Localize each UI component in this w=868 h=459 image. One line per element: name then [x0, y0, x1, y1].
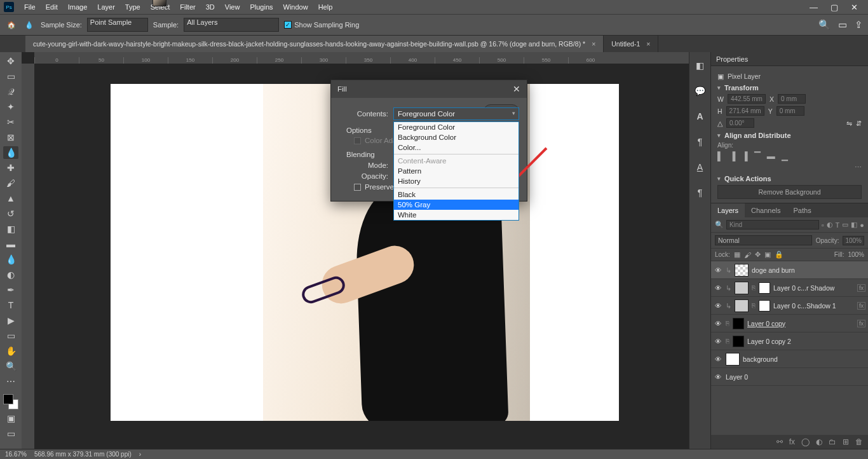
pen-tool-icon[interactable]: ✒ [3, 284, 18, 296]
history-brush-icon[interactable]: ↺ [3, 207, 18, 220]
menu-plugins[interactable]: Plugins [245, 3, 278, 11]
align-right-icon[interactable]: ▐ [742, 151, 747, 161]
delete-icon[interactable]: 🗑 [855, 437, 863, 446]
dialog-titlebar[interactable]: Fill ✕ [331, 80, 527, 98]
remove-background-button[interactable]: Remove Background [717, 185, 862, 199]
filter-pixel-icon[interactable]: ▫ [822, 221, 824, 229]
close-tab-icon[interactable]: × [646, 40, 650, 48]
dropdown-option-50gray[interactable]: 50% Gray [394, 200, 519, 210]
lock-all-icon[interactable]: 🔒 [775, 250, 783, 259]
color-panel-icon[interactable]: ◧ [693, 58, 707, 72]
mask-mode-icon[interactable]: ▣ [3, 412, 18, 425]
visibility-icon[interactable]: 👁 [714, 373, 722, 381]
wand-tool-icon[interactable]: ✦ [3, 100, 18, 113]
crop-tool-icon[interactable]: ✂ [3, 116, 18, 128]
align-bottom-icon[interactable]: ▁ [782, 151, 788, 161]
channels-tab[interactable]: Channels [745, 203, 787, 217]
marquee-tool-icon[interactable]: ▭ [3, 70, 18, 83]
window-close[interactable]: ✕ [844, 3, 864, 12]
window-maximize[interactable]: ▢ [824, 3, 844, 12]
gradient-tool-icon[interactable]: ▬ [3, 238, 18, 250]
visibility-icon[interactable]: 👁 [714, 266, 722, 274]
sample-size-select[interactable]: Point Sample [87, 18, 148, 32]
eyedropper-tool-icon[interactable]: 💧 [3, 146, 18, 159]
lock-paint-icon[interactable]: 🖌 [744, 251, 751, 259]
dropdown-option-pattern[interactable]: Pattern [394, 166, 519, 176]
x-field[interactable]: 0 mm [778, 94, 806, 104]
lock-trans-icon[interactable]: ▦ [734, 250, 740, 259]
fx-badge[interactable]: fx [857, 284, 865, 292]
move-tool-icon[interactable]: ✥ [3, 55, 18, 67]
window-minimize[interactable]: — [803, 3, 824, 12]
foreground-swatch[interactable] [3, 394, 13, 404]
layer-row[interactable]: 👁 ⎘ Layer 0 copy fx [711, 315, 868, 332]
document-tab-1[interactable]: cute-young-girl-with-dark-wavy-hairstyle… [25, 36, 604, 52]
width-field[interactable]: 442.55 mm [728, 94, 766, 104]
layer-name[interactable]: Layer 0 copy 2 [747, 338, 791, 345]
blur-tool-icon[interactable]: 💧 [3, 253, 18, 266]
dropdown-option-background[interactable]: Background Color [394, 132, 519, 142]
menu-filter[interactable]: Filter [175, 3, 200, 11]
transform-section[interactable]: Transform [717, 84, 862, 92]
align-vcenter-icon[interactable]: ▬ [767, 151, 775, 161]
filter-kind-select[interactable]: Kind [726, 220, 819, 230]
eyedropper-icon[interactable]: 💧 [23, 18, 36, 31]
type-tool-icon[interactable]: T [3, 299, 18, 312]
comments-panel-icon[interactable]: 💬 [693, 84, 707, 98]
screen-mode-icon[interactable]: ▭ [3, 427, 18, 440]
layer-name[interactable]: Layer 0 copy [747, 320, 785, 327]
visibility-icon[interactable]: 👁 [714, 320, 722, 327]
menu-file[interactable]: File [19, 3, 41, 11]
menu-edit[interactable]: Edit [41, 3, 63, 11]
styles-panel-icon[interactable]: A [693, 160, 707, 174]
layer-row[interactable]: 👁 background [711, 350, 868, 368]
align-section[interactable]: Align and Distribute [717, 132, 862, 139]
document-tab-2[interactable]: Untitled-1 × [604, 36, 658, 52]
flip-h-icon[interactable]: ⇋ [846, 120, 852, 127]
layer-name[interactable]: Layer 0 [726, 373, 748, 381]
group-icon[interactable]: 🗀 [829, 437, 836, 446]
eraser-tool-icon[interactable]: ◧ [3, 223, 18, 235]
visibility-icon[interactable]: 👁 [714, 302, 722, 310]
dropdown-option-history[interactable]: History [394, 176, 519, 186]
shape-tool-icon[interactable]: ▭ [3, 329, 18, 342]
contents-select[interactable]: Foreground Color [393, 107, 519, 120]
zoom-tool-icon[interactable]: 🔍 [3, 360, 18, 373]
more-tools-icon[interactable]: ⋯ [3, 375, 18, 388]
filter-shape-icon[interactable]: ▭ [842, 221, 848, 229]
visibility-icon[interactable]: 👁 [714, 338, 722, 345]
zoom-level[interactable]: 16.67% [5, 451, 27, 458]
menu-window[interactable]: Window [278, 3, 313, 11]
path-select-icon[interactable]: ▶ [3, 314, 18, 327]
workspace-icon[interactable]: ▭ [838, 19, 847, 31]
stamp-tool-icon[interactable]: ▲ [3, 192, 18, 205]
visibility-icon[interactable]: 👁 [714, 355, 722, 363]
align-top-icon[interactable]: ▔ [754, 151, 761, 161]
dialog-close-icon[interactable]: ✕ [513, 84, 520, 94]
more-icon[interactable]: ⋯ [717, 163, 862, 171]
layer-name[interactable]: Layer 0 c...r Shadow [773, 284, 834, 292]
layer-row[interactable]: 👁 ↳ doge and burn [711, 261, 868, 279]
fx-badge[interactable]: fx [857, 320, 865, 327]
close-tab-icon[interactable]: × [592, 40, 595, 48]
menu-image[interactable]: Image [63, 3, 93, 11]
new-layer-icon[interactable]: ⊞ [843, 437, 849, 446]
blend-mode-select[interactable]: Normal [715, 235, 812, 245]
mask-icon[interactable]: ◯ [801, 437, 810, 446]
menu-type[interactable]: Type [120, 3, 146, 11]
layer-row[interactable]: 👁 ⎘ Layer 0 copy 2 [711, 332, 868, 350]
chevron-right-icon[interactable]: › [139, 451, 141, 458]
fill-field[interactable]: 100% [848, 251, 864, 258]
lock-nest-icon[interactable]: ▣ [764, 250, 771, 259]
y-field[interactable]: 0 mm [776, 106, 804, 116]
menu-3d[interactable]: 3D [201, 3, 220, 11]
filter-toggle-icon[interactable]: ● [860, 221, 864, 229]
visibility-icon[interactable]: 👁 [714, 284, 722, 292]
glyphs-panel-icon[interactable]: ¶ [693, 135, 707, 149]
home-icon[interactable]: 🏠 [5, 18, 18, 31]
search-icon[interactable]: 🔍 [818, 19, 831, 31]
adjustment-icon[interactable]: ◐ [816, 437, 822, 446]
menu-view[interactable]: View [220, 3, 245, 11]
fx-badge[interactable]: fx [857, 302, 865, 310]
opacity-field[interactable]: 100% [843, 236, 864, 245]
